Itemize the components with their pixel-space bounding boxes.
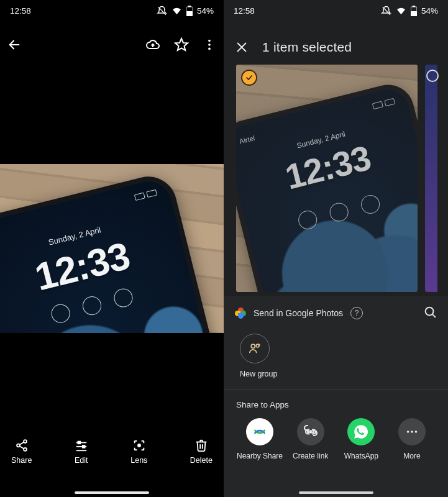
selection-thumb-next[interactable]: [425, 65, 437, 292]
wifi-icon: [171, 6, 182, 16]
app-createlink-label: Create link: [293, 452, 328, 460]
search-button[interactable]: [423, 305, 437, 321]
svg-rect-16: [83, 445, 85, 448]
app-nearby-label: Nearby Share: [237, 452, 283, 460]
lens-label: Lens: [130, 456, 147, 465]
svg-rect-2: [186, 11, 193, 16]
nav-handle[interactable]: [75, 491, 149, 494]
svg-point-6: [208, 43, 211, 46]
send-in-google-photos-row: Send in Google Photos ?: [224, 296, 448, 330]
share-to-apps-title: Share to Apps: [224, 390, 448, 412]
edit-button[interactable]: Edit: [75, 439, 88, 485]
dnd-off-icon: [381, 6, 391, 16]
svg-point-8: [24, 440, 27, 443]
app-more[interactable]: More: [388, 418, 436, 460]
svg-point-28: [251, 344, 255, 348]
app-nearby-share[interactable]: Nearby Share: [236, 418, 283, 460]
back-button[interactable]: [7, 38, 21, 52]
edit-label: Edit: [75, 456, 88, 465]
svg-point-9: [17, 444, 20, 447]
app-create-link[interactable]: Create link: [287, 418, 334, 460]
nav-handle[interactable]: [299, 491, 373, 494]
battery-icon: [186, 6, 193, 16]
svg-rect-23: [411, 11, 417, 16]
status-time: 12:58: [234, 6, 255, 16]
battery-pct: 54%: [197, 6, 214, 16]
cloud-upload-button[interactable]: [145, 37, 160, 52]
svg-point-35: [415, 431, 418, 433]
battery-pct: 54%: [421, 6, 438, 16]
wifi-icon: [396, 6, 406, 16]
help-icon[interactable]: ?: [350, 307, 363, 319]
svg-line-11: [19, 442, 24, 445]
create-link-icon: [297, 418, 324, 445]
svg-point-34: [411, 431, 413, 433]
selection-strip[interactable]: Airtel Sunday, 2 April 12:33: [236, 65, 448, 292]
viewer-top-bar: [0, 30, 224, 60]
delete-button[interactable]: Delete: [190, 439, 213, 485]
lens-button[interactable]: Lens: [130, 439, 147, 485]
app-whatsapp-label: WhatsApp: [344, 452, 378, 460]
app-more-label: More: [403, 452, 420, 460]
status-bar: 12:58: [0, 0, 224, 21]
send-in-title: Send in Google Photos: [254, 308, 343, 318]
share-apps-row: Nearby Share: [224, 412, 448, 460]
share-sheet: Send in Google Photos ?: [224, 296, 448, 497]
photo-viewer-screen: 12:58: [0, 0, 224, 497]
selection-title: 1 item selected: [262, 40, 352, 55]
new-group-label: New group: [240, 370, 432, 378]
delete-label: Delete: [190, 456, 213, 465]
status-icons: 54%: [157, 6, 214, 16]
google-photos-icon: [235, 308, 246, 319]
share-sheet-screen: 12:58 54%: [224, 0, 448, 497]
app-whatsapp[interactable]: WhatsApp: [337, 418, 385, 460]
share-label: Share: [11, 456, 32, 465]
close-button[interactable]: [235, 40, 249, 54]
status-bar: 12:58 54%: [224, 0, 448, 21]
new-group-row: New group: [224, 330, 448, 390]
viewer-bottom-actions: Share Edit Lens: [0, 439, 224, 485]
svg-point-7: [208, 48, 211, 50]
selection-thumb-selected[interactable]: Airtel Sunday, 2 April 12:33: [236, 65, 418, 292]
more-icon: [398, 418, 426, 445]
selection-check-icon: [241, 70, 257, 86]
svg-point-10: [24, 448, 27, 451]
svg-point-33: [407, 431, 409, 433]
dnd-off-icon: [157, 6, 167, 16]
battery-icon: [411, 6, 417, 16]
share-button[interactable]: Share: [11, 439, 32, 485]
status-time: 12:58: [10, 6, 31, 16]
photo-content[interactable]: Airtel Sunday, 2 April 12:33: [0, 164, 224, 333]
svg-rect-14: [78, 442, 80, 444]
new-group-button[interactable]: [240, 334, 270, 363]
thumb-phone-mock: Airtel Sunday, 2 April 12:33: [236, 80, 418, 292]
whatsapp-icon: [347, 418, 375, 445]
status-icons: 54%: [381, 6, 438, 16]
svg-marker-4: [175, 39, 188, 50]
svg-line-12: [19, 446, 24, 449]
photo-phone-mock: Airtel Sunday, 2 April 12:33: [0, 171, 224, 333]
svg-point-5: [208, 40, 211, 42]
nearby-share-icon: [246, 418, 273, 445]
overflow-menu-button[interactable]: [203, 38, 216, 52]
selection-header: 1 item selected: [224, 30, 448, 65]
svg-point-18: [137, 444, 141, 447]
svg-line-27: [432, 314, 435, 317]
favorite-button[interactable]: [174, 37, 189, 52]
